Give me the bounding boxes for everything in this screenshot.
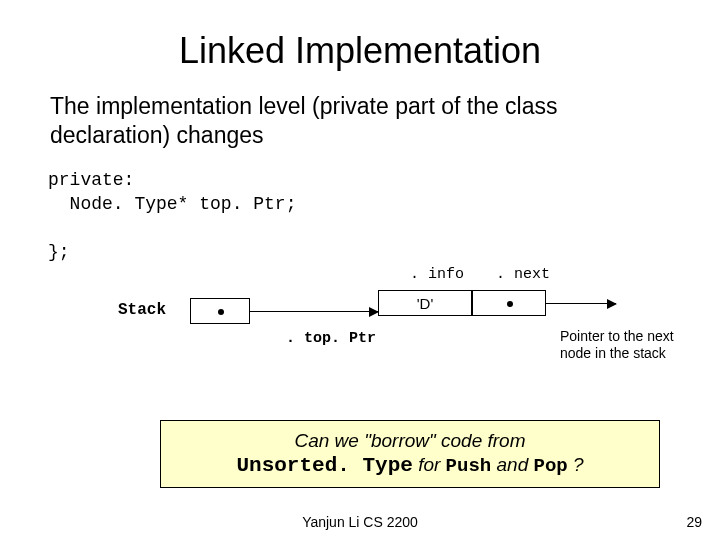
slide: Linked Implementation The implementation…	[0, 0, 720, 540]
code-block: private: Node. Type* top. Ptr; };	[48, 168, 680, 265]
question-mid2: and	[497, 454, 534, 475]
node-next-cell	[472, 290, 546, 316]
question-type: Unsorted. Type	[236, 454, 412, 477]
info-label: . info	[410, 266, 464, 283]
question-end: ?	[573, 454, 584, 475]
question-box: Can we "borrow" code from Unsorted. Type…	[160, 420, 660, 488]
question-pop: Pop	[533, 455, 567, 477]
node-diagram: . info . next Stack 'D' . top. Ptr Point…	[0, 270, 720, 400]
question-pre: Can we "borrow" code from	[294, 430, 525, 451]
stack-label: Stack	[118, 301, 166, 319]
question-mid1: for	[418, 454, 445, 475]
slide-title: Linked Implementation	[40, 30, 680, 72]
node-info-cell: 'D'	[378, 290, 472, 316]
footer-author: Yanjun Li CS 2200	[0, 514, 720, 530]
arrow-next-out	[546, 303, 616, 304]
stack-dot-icon	[218, 309, 224, 315]
node-value: 'D'	[417, 295, 434, 312]
next-dot-icon	[507, 301, 513, 307]
arrow-stack-to-node	[250, 311, 378, 312]
next-label: . next	[496, 266, 550, 283]
pointer-caption: Pointer to the next node in the stack	[560, 328, 700, 362]
topptr-label: . top. Ptr	[286, 330, 376, 347]
question-push: Push	[446, 455, 492, 477]
stack-ptr-box	[190, 298, 250, 324]
page-number: 29	[686, 514, 702, 530]
lead-text: The implementation level (private part o…	[50, 92, 670, 150]
